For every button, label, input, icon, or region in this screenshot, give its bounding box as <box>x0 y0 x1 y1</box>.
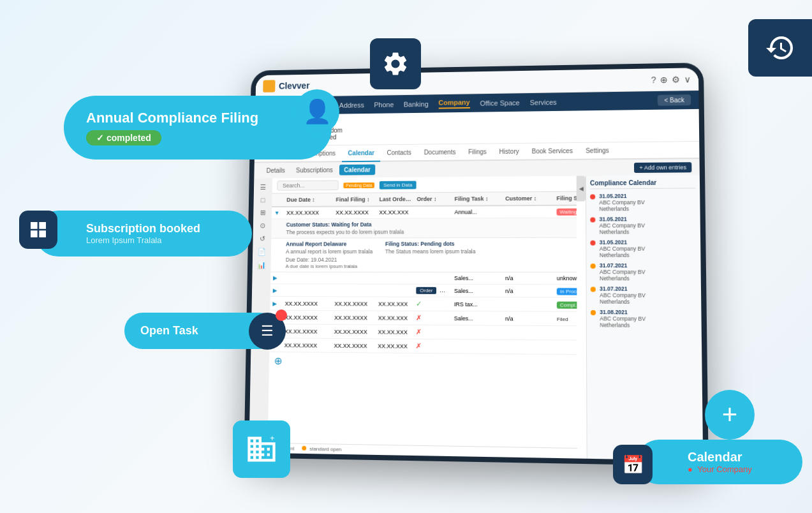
cal-dot-4 <box>591 264 596 269</box>
order-5: ✗ <box>413 313 452 323</box>
nav-company[interactable]: Company <box>438 98 469 108</box>
expand-4[interactable]: ▶ <box>270 299 283 308</box>
cal-date-6: 31.08.2021 <box>600 309 646 316</box>
expand-icon[interactable]: ▼ <box>272 209 284 218</box>
final-filing-3 <box>332 289 376 292</box>
complete-button[interactable]: Complete <box>439 287 452 294</box>
expand-3[interactable]: ▶ <box>270 286 283 295</box>
status-5: Filed <box>554 314 577 323</box>
plus-button[interactable]: + <box>705 390 755 440</box>
sidebar-icon-6[interactable]: 📄 <box>258 248 267 256</box>
task-badge <box>276 309 287 321</box>
col-final-filing[interactable]: Final Filing ↕ <box>334 195 377 204</box>
cal-country-5: Netherlands <box>600 299 646 305</box>
col-filing-status[interactable]: Filing Status ↕ <box>554 193 577 202</box>
expanded-row-1: Customer Status: Waiting for Data The pr… <box>271 218 577 239</box>
due-date-7: XX.XX.XXXX <box>282 341 332 350</box>
history-icon <box>765 33 795 63</box>
add-row-button[interactable]: ⊕ <box>274 355 283 366</box>
expanded-desc-1: The process expects you to do lorem ipsu… <box>286 228 561 235</box>
settings-icon[interactable]: ⚙ <box>672 74 680 84</box>
calendar-card: Calendar ● Your Company <box>637 440 802 484</box>
legend-standard: standard open <box>302 446 341 452</box>
due-date-desc: A due date is lorem ipsum tralala <box>286 264 358 269</box>
cal-text-5: 31.07.2021 ABC Company BV Netherlands <box>600 285 646 305</box>
cal-text-6: 31.08.2021 ABC Company BV Netherlands <box>600 309 646 329</box>
nav-phone[interactable]: Phone <box>374 101 394 108</box>
compliance-badge: completed <box>86 130 161 145</box>
table-row: ▶ XX.XX.XXXX XX.XX.XXXX XX.XX.XXX ✗ Sale… <box>270 311 577 327</box>
back-button[interactable]: < Back <box>658 94 691 106</box>
send-data-button[interactable]: Send in Data <box>380 181 416 189</box>
sidebar-icon-5[interactable]: ↺ <box>259 235 265 243</box>
topbar-icons: ? ⊕ ⚙ ∨ <box>651 74 691 85</box>
customer-3: n/a <box>503 286 554 295</box>
filing-area: ☰ □ ⊞ ⊙ ↺ 📄 📊 Pending Data Send in Data <box>249 175 703 461</box>
cal-company-1: ABC Company BV <box>599 199 644 205</box>
nav-office[interactable]: Office Space <box>480 99 519 107</box>
expanded-title-1: Customer Status: Waiting for Data <box>286 221 561 228</box>
filing-table: Due Date ↕ Final Filing ↕ Last Order ↕ O… <box>268 192 577 448</box>
help2-icon[interactable]: ⊕ <box>660 74 668 84</box>
chevron-icon[interactable]: ∨ <box>684 74 690 84</box>
cal-date-5: 31.07.2021 <box>600 285 646 292</box>
order-1 <box>414 211 452 214</box>
subtab-calendar[interactable]: Calendar <box>339 165 375 175</box>
expanded-row-2: Annual Report Delaware A annual report i… <box>270 238 577 272</box>
status-6 <box>554 332 577 335</box>
nav-address[interactable]: Address <box>339 101 364 108</box>
tab-filings[interactable]: Filings <box>462 144 493 160</box>
col-last-order[interactable]: Last Order ↕ <box>377 195 415 204</box>
cal-entry-3: 31.05.2021 ABC Company BV Netherlands <box>590 239 697 258</box>
sidebar-icon-3[interactable]: ⊞ <box>260 209 265 217</box>
sidebar-icon-2[interactable]: □ <box>261 197 265 204</box>
collapse-button[interactable]: ◀ <box>577 176 586 202</box>
last-order-3 <box>376 289 413 292</box>
tab-settings[interactable]: Settings <box>579 142 616 158</box>
history-button[interactable] <box>748 19 812 77</box>
help-icon[interactable]: ? <box>651 75 656 85</box>
add-row-area: ⊕ <box>269 352 577 373</box>
order-4: ✓ <box>413 299 452 309</box>
tab-calendar[interactable]: Calendar <box>342 145 381 162</box>
cal-country-4: Netherlands <box>600 275 646 281</box>
logo-icon <box>263 80 275 92</box>
table-row: ▶ XX.XX.XXXX XX.XX.XXXX XX.XX.XXX ✓ IRS … <box>270 297 577 312</box>
last-order-6: XX.XX.XXX <box>376 327 413 336</box>
standard-label: standard open <box>309 446 341 452</box>
order-2 <box>413 277 452 279</box>
table-row: ▶ Order Complete Sales... n/a In Process… <box>270 284 577 297</box>
col-order[interactable]: Order ↕ <box>414 195 452 204</box>
building-button[interactable]: + <box>233 420 290 478</box>
subtab-details[interactable]: Details <box>262 165 290 176</box>
order-6: ✗ <box>413 327 452 338</box>
calendar-dot: ● <box>688 465 693 474</box>
filing-task-4: IRS tax... <box>452 299 503 308</box>
order-button[interactable]: Order <box>416 287 436 294</box>
sidebar-icon-1[interactable]: ☰ <box>260 183 266 191</box>
nav-banking[interactable]: Banking <box>404 100 429 108</box>
customer-4 <box>503 303 554 306</box>
gear-button[interactable] <box>370 38 421 89</box>
col-filing-task[interactable]: Filing Task ↕ <box>452 194 503 203</box>
sidebar-icon-7[interactable]: 📊 <box>257 261 266 269</box>
filing-task-5: Sales... <box>452 314 503 323</box>
cal-entry-1: 31.05.2021 ABC Company BV Netherlands <box>590 192 696 212</box>
search-input[interactable] <box>277 180 339 190</box>
nav-services[interactable]: Services <box>530 98 557 106</box>
tab-documents[interactable]: Documents <box>418 144 462 160</box>
col-customer[interactable]: Customer ↕ <box>503 194 554 203</box>
col-expand <box>272 195 284 204</box>
col-due-date[interactable]: Due Date ↕ <box>284 195 333 204</box>
expand-2[interactable]: ▶ <box>270 274 283 283</box>
due-date-4: XX.XX.XXXX <box>283 299 332 308</box>
subtab-subscriptions[interactable]: Subscriptions <box>291 165 337 175</box>
add-entry-button[interactable]: + Add own entries <box>634 162 691 173</box>
subscription-card: Subscription booked Lorem Ipsum Tralala <box>35 211 252 256</box>
tab-book-services[interactable]: Book Services <box>526 143 579 160</box>
gear-icon <box>381 50 410 78</box>
tab-contacts[interactable]: Contacts <box>381 145 418 161</box>
sidebar-icon-4[interactable]: ⊙ <box>260 221 265 230</box>
tab-history[interactable]: History <box>493 144 526 160</box>
cal-company-3: ABC Company BV <box>600 246 646 252</box>
